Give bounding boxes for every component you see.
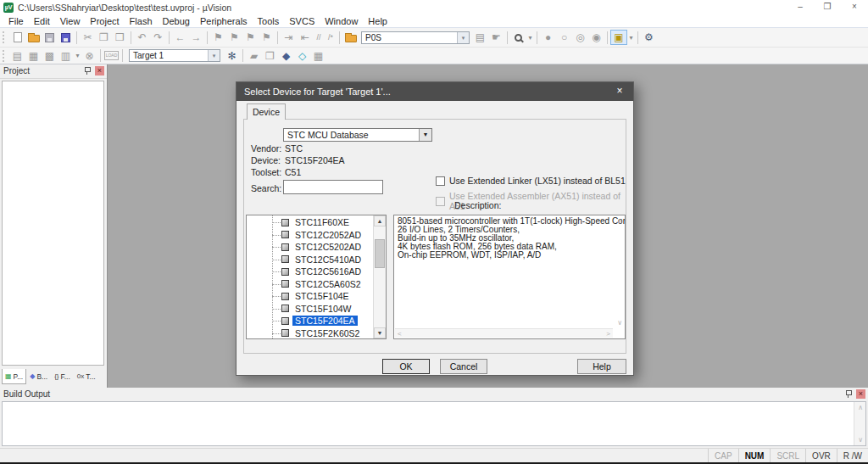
extended-linker-checkbox[interactable]: Use Extended Linker (LX51) instead of BL… (436, 176, 626, 186)
chevron-down-icon[interactable]: ▼ (419, 129, 431, 141)
pin-icon[interactable] (844, 389, 853, 399)
redo-icon[interactable]: ↷ (150, 31, 166, 45)
scroll-up-icon[interactable]: ∧ (617, 217, 622, 225)
help-button[interactable]: Help (577, 359, 626, 374)
scroll-up-icon[interactable]: ▲ (374, 215, 386, 226)
device-list-item[interactable]: STC15F2K60S2 (247, 327, 373, 340)
menu-item[interactable]: File (3, 14, 29, 28)
project-panel-tab[interactable]: ▦ P... (2, 369, 26, 384)
project-panel-tab[interactable]: 0x T... (74, 369, 99, 384)
run-time-environment-icon[interactable]: ◇ (294, 48, 310, 63)
build-output-scrollbar[interactable]: ∧ ∨ (854, 402, 865, 445)
find-text-combo[interactable]: P0S ▾ (361, 31, 470, 44)
menu-item[interactable]: Edit (29, 14, 55, 28)
menu-item[interactable]: Window (320, 14, 363, 28)
close-panel-icon[interactable]: × (856, 389, 865, 399)
next-bookmark-icon[interactable]: ⚑ (242, 31, 259, 45)
build-output-content[interactable]: ∧ ∨ (2, 401, 866, 446)
kill-all-breakpoints-icon[interactable]: ◉ (588, 31, 604, 45)
menu-item[interactable]: SVCS (284, 14, 320, 28)
close-button[interactable]: × (841, 0, 868, 14)
find-in-files-dialog-icon[interactable] (510, 31, 526, 45)
scroll-up-icon[interactable]: ∧ (858, 404, 863, 411)
chevron-down-icon[interactable]: ▾ (74, 52, 81, 59)
device-list-item[interactable]: STC15F104E (247, 290, 373, 303)
rebuild-icon[interactable]: ▩ (42, 48, 58, 63)
project-panel-tab[interactable]: {} F... (51, 369, 74, 384)
chevron-down-icon[interactable]: ▾ (457, 32, 469, 43)
device-list-item[interactable]: STC12C5410AD (247, 254, 373, 266)
build-icon[interactable]: ▦ (25, 48, 42, 63)
new-file-icon[interactable] (9, 31, 25, 45)
tab-device[interactable]: Device (247, 103, 286, 120)
target-select[interactable]: Target 1 ▾ (129, 49, 220, 62)
menu-item[interactable]: Peripherals (195, 14, 253, 28)
ok-button[interactable]: OK (382, 359, 430, 374)
batch-build-icon[interactable]: ▥ (58, 48, 74, 63)
find-in-files-icon[interactable] (342, 31, 359, 45)
indent-icon[interactable]: ⇥ (281, 31, 297, 45)
scroll-down-icon[interactable]: ▼ (374, 327, 386, 338)
menu-item[interactable]: View (55, 14, 86, 28)
restore-button[interactable]: ❐ (814, 0, 841, 14)
dialog-close-icon[interactable]: × (606, 82, 633, 101)
unindent-icon[interactable]: ⇤ (297, 31, 313, 45)
menu-item[interactable]: Help (363, 14, 392, 28)
translate-icon[interactable]: ▤ (9, 48, 25, 63)
device-search-input[interactable] (283, 180, 383, 194)
clear-bookmarks-icon[interactable]: ⚑ (259, 31, 275, 45)
open-file-icon[interactable] (25, 31, 42, 45)
menu-item[interactable]: Project (85, 14, 124, 28)
scroll-left-icon[interactable]: < (398, 330, 402, 338)
device-list-item[interactable]: STC12C5A60S2 (247, 278, 373, 291)
multi-project-icon[interactable]: ❐ (262, 48, 278, 63)
chevron-down-icon[interactable]: ▾ (208, 50, 220, 61)
pack-installer-icon[interactable]: ▦ (310, 48, 326, 63)
scroll-right-icon[interactable]: > (606, 330, 610, 338)
menu-item[interactable]: Debug (158, 14, 195, 28)
stop-build-icon[interactable]: ⊗ (81, 48, 97, 63)
database-select[interactable]: STC MCU Database ▼ (283, 128, 432, 142)
navigate-forward-icon[interactable]: → (188, 31, 204, 45)
save-all-icon[interactable] (58, 31, 74, 45)
device-list-item[interactable]: STC12C5202AD (247, 241, 373, 254)
menu-item[interactable]: Flash (125, 14, 158, 28)
software-packs-icon[interactable]: ◆ (278, 48, 294, 63)
device-list-scrollbar[interactable]: ▲ ▼ (373, 215, 386, 338)
window-layout-icon[interactable]: ▣ (610, 30, 627, 45)
save-icon[interactable] (42, 31, 58, 45)
checkbox-icon[interactable] (436, 176, 445, 186)
scroll-down-icon[interactable]: ∨ (617, 319, 622, 327)
download-icon[interactable]: LOAD (103, 48, 120, 63)
scrollbar-thumb[interactable] (375, 239, 385, 268)
incremental-find-icon[interactable]: ☛ (488, 31, 504, 45)
menu-item[interactable]: Tools (253, 14, 285, 28)
disable-all-breakpoints-icon[interactable]: ◎ (572, 31, 588, 45)
project-panel-tab[interactable]: ◆ B... (26, 369, 51, 384)
minimize-button[interactable]: – (787, 0, 814, 14)
pin-icon[interactable] (83, 66, 92, 75)
previous-bookmark-icon[interactable]: ⚑ (226, 31, 242, 45)
paste-icon[interactable]: ❒ (112, 31, 128, 45)
device-list-item[interactable]: STC12C5616AD (247, 266, 373, 278)
options-for-target-icon[interactable]: ✻ (224, 48, 240, 63)
cancel-button[interactable]: Cancel (440, 359, 487, 374)
chevron-down-icon[interactable]: ▾ (526, 34, 534, 42)
cut-icon[interactable]: ✂ (80, 31, 96, 45)
find-icon[interactable]: ▤ (472, 31, 488, 45)
device-list-item[interactable]: STC12C2052AD (247, 229, 373, 242)
close-panel-icon[interactable]: × (95, 66, 104, 75)
project-tree[interactable] (2, 81, 104, 366)
comment-icon[interactable]: // (313, 31, 325, 45)
copy-icon[interactable]: ❐ (96, 31, 112, 45)
uncomment-icon[interactable]: /* (325, 31, 337, 45)
device-list-item[interactable]: STC15F204EA (247, 315, 373, 327)
insert-bookmark-icon[interactable]: ⚑ (210, 31, 226, 45)
undo-icon[interactable]: ↶ (134, 31, 150, 45)
navigate-back-icon[interactable]: ← (172, 31, 188, 45)
toggle-breakpoint-icon[interactable]: ● (540, 31, 556, 45)
scroll-down-icon[interactable]: ∨ (858, 436, 863, 444)
device-list-item[interactable]: STC15F104W (247, 303, 373, 316)
enable-breakpoint-icon[interactable]: ○ (556, 31, 572, 45)
device-list-item[interactable]: STC11F60XE (247, 216, 373, 229)
